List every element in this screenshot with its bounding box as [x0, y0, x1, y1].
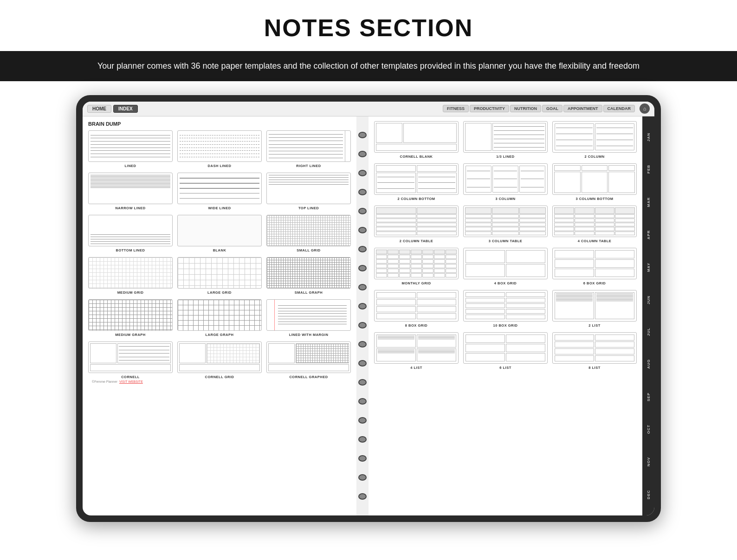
- template-preview-one-third: [463, 121, 548, 153]
- spiral-ring: [358, 379, 367, 386]
- template-label-cornell-grid: CORNELL GRID: [205, 375, 234, 379]
- template-preview-lined: [88, 130, 173, 162]
- spiral-ring: [358, 151, 367, 157]
- tablet-screen: HOME INDEX FITNESS PRODUCTIVITY NUTRITIO…: [83, 102, 654, 515]
- spiral-ring: [358, 170, 367, 176]
- month-tab-sep[interactable]: SEP: [646, 390, 652, 404]
- month-tab-jan[interactable]: JAN: [646, 130, 652, 144]
- index-nav-btn[interactable]: INDEX: [113, 105, 138, 113]
- home-nav-btn[interactable]: HOME: [87, 105, 111, 113]
- template-wide-lined[interactable]: WIDE LINED: [177, 173, 262, 210]
- template-preview-eight-list: [552, 332, 637, 364]
- template-label-three-col: 3 COLUMN: [495, 197, 515, 201]
- month-tab-jun[interactable]: JUN: [646, 293, 652, 307]
- template-cornell-graphed[interactable]: CORNELL GRAPHED: [266, 341, 351, 379]
- month-tab-feb[interactable]: FEB: [646, 162, 652, 176]
- top-nav: HOME INDEX FITNESS PRODUCTIVITY NUTRITIO…: [83, 102, 654, 116]
- template-two-col-bottom[interactable]: 2 COLUMN BOTTOM: [374, 163, 459, 201]
- template-eight-list[interactable]: 8 LIST: [552, 332, 637, 370]
- tablet-device: HOME INDEX FITNESS PRODUCTIVITY NUTRITIO…: [76, 95, 661, 522]
- template-six-list[interactable]: 6 LIST: [463, 332, 548, 370]
- spiral-ring: [358, 322, 367, 328]
- spiral-ring: [358, 341, 367, 348]
- spiral-ring: [358, 303, 367, 309]
- main-area: BRAIN DUMP LINED: [83, 116, 654, 515]
- template-lined[interactable]: LINED: [88, 130, 173, 168]
- template-eight-box[interactable]: 8 BOX GRID: [374, 290, 459, 328]
- template-lined-margin[interactable]: LINED WITH MARGIN: [266, 299, 351, 337]
- template-preview-large-grid: [177, 257, 262, 289]
- template-one-third-lined[interactable]: 1/3 LINED: [463, 121, 548, 159]
- template-preview-cornell-blank: [374, 121, 459, 153]
- template-medium-grid[interactable]: MEDIUM GRID: [88, 257, 173, 295]
- template-preview-two-col-bottom: [374, 163, 459, 195]
- template-label-small-graph: SMALL GRAPH: [295, 290, 323, 295]
- appointment-tab[interactable]: APPOINTMENT: [563, 105, 602, 112]
- template-cornell-blank[interactable]: CORNELL BLANK: [374, 121, 459, 159]
- template-three-col-bottom[interactable]: 3 COLUMN BOTTOM: [552, 163, 637, 201]
- template-label-two-list: 2 LIST: [588, 323, 601, 328]
- template-label-ten-box: 10 BOX GRID: [493, 323, 517, 328]
- template-six-box[interactable]: 6 BOX GRID: [552, 248, 637, 285]
- template-small-graph[interactable]: SMALL GRAPH: [266, 257, 351, 295]
- copyright-link[interactable]: VISIT WEBSITE: [119, 380, 143, 383]
- month-tab-oct[interactable]: OCT: [646, 422, 652, 437]
- month-tab-nov[interactable]: NOV: [646, 454, 652, 469]
- template-top-lined[interactable]: TOP LINED: [266, 173, 351, 210]
- template-preview-cornell: [88, 341, 173, 373]
- template-three-col-table[interactable]: 3 COLUMN TABLE: [463, 206, 548, 243]
- template-preview-large-graph: [177, 299, 262, 331]
- month-tab-mar[interactable]: MAR: [646, 194, 652, 210]
- template-large-graph[interactable]: LARGE GRAPH: [177, 299, 262, 337]
- template-medium-graph[interactable]: MEDIUM GRAPH: [88, 299, 173, 337]
- template-ten-box[interactable]: 10 BOX GRID: [463, 290, 548, 328]
- brain-dump-title: BRAIN DUMP: [88, 121, 351, 127]
- template-four-box[interactable]: 4 BOX GRID: [463, 248, 548, 285]
- template-preview-two-col: [552, 121, 637, 153]
- template-label-two-col-table: 2 COLUMN TABLE: [400, 239, 433, 243]
- template-two-col-table[interactable]: 2 COLUMN TABLE: [374, 206, 459, 243]
- template-preview-cornell-graphed: [266, 341, 351, 373]
- template-cornell[interactable]: CORNELL: [88, 341, 173, 379]
- template-blank[interactable]: BLANK: [177, 215, 262, 252]
- template-dash-lined[interactable]: DASH LINED: [177, 130, 262, 168]
- goal-tab[interactable]: GOAL: [542, 105, 562, 112]
- calendar-tab[interactable]: CALENDAR: [603, 105, 635, 112]
- template-label-blank: BLANK: [213, 248, 226, 252]
- template-small-grid[interactable]: SMALL GRID: [266, 215, 351, 252]
- template-label-narrow: NARROW LINED: [115, 206, 145, 210]
- template-four-list[interactable]: 4 LIST: [374, 332, 459, 370]
- template-two-list[interactable]: 2 LIST: [552, 290, 637, 328]
- template-bottom-lined[interactable]: BOTTOM LINED: [88, 215, 173, 252]
- template-two-column[interactable]: 2 COLUMN: [552, 121, 637, 159]
- nutrition-tab[interactable]: NUTRITION: [510, 105, 541, 112]
- template-label-medium-graph: MEDIUM GRAPH: [115, 333, 146, 337]
- template-right-lined[interactable]: RIGHT LINED: [266, 130, 351, 168]
- template-preview-medium-graph: [88, 299, 173, 331]
- right-page: CORNELL BLANK: [368, 116, 642, 515]
- template-label-cornell-graphed: CORNELL GRAPHED: [289, 375, 328, 379]
- template-preview-four-box: [463, 248, 548, 279]
- fitness-tab[interactable]: FITNESS: [443, 105, 469, 112]
- template-label-three-col-table: 3 COLUMN TABLE: [489, 239, 523, 243]
- template-cornell-grid[interactable]: CORNELL GRID: [177, 341, 262, 379]
- template-narrow-lined[interactable]: NARROW LINED: [88, 173, 173, 210]
- spiral-ring: [358, 208, 367, 214]
- template-monthly-grid[interactable]: MONTHLY GRID: [374, 248, 459, 285]
- template-four-col-table[interactable]: 4 COLUMN TABLE: [552, 206, 637, 243]
- template-three-column[interactable]: 3 COLUMN: [463, 163, 548, 201]
- month-tab-jul[interactable]: JUL: [646, 325, 652, 339]
- home-icon[interactable]: ⌂: [640, 103, 650, 114]
- template-label-four-col-table: 4 COLUMN TABLE: [578, 239, 612, 243]
- template-preview-two-col-table: [374, 206, 459, 237]
- month-tab-may[interactable]: MAY: [646, 260, 652, 275]
- template-preview-top: [266, 173, 351, 204]
- template-large-grid[interactable]: LARGE GRID: [177, 257, 262, 295]
- productivity-tab[interactable]: PRODUCTIVITY: [470, 105, 509, 112]
- subtitle-text: Your planner comes with 36 note paper te…: [97, 61, 640, 71]
- month-tab-aug[interactable]: AUG: [646, 356, 652, 372]
- month-tab-apr[interactable]: APR: [646, 227, 652, 242]
- page-header: NOTES SECTION: [0, 0, 737, 46]
- template-preview-three-col-bottom: [552, 163, 637, 195]
- month-tab-dec[interactable]: DEC: [646, 487, 652, 502]
